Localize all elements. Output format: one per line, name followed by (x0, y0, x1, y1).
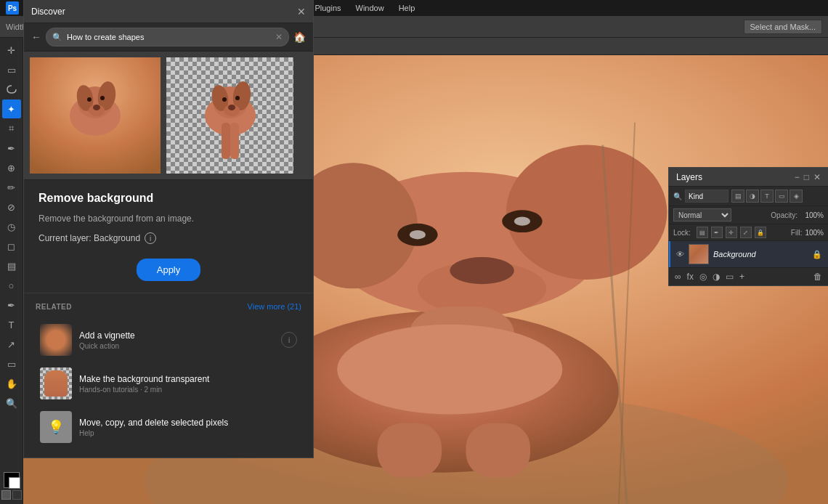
apply-button[interactable]: Apply (137, 259, 201, 281)
search-input[interactable] (67, 33, 271, 41)
fill-label: Fill: (791, 229, 803, 237)
background-color[interactable] (9, 477, 20, 489)
lock-pixels-button[interactable]: ▤ (697, 227, 708, 238)
dodge-tool[interactable]: ○ (2, 276, 21, 295)
blend-mode-select[interactable]: Normal (673, 208, 731, 221)
lock-move-button[interactable]: ⤢ (740, 227, 752, 238)
app-logo: Ps (6, 1, 19, 15)
view-more-button[interactable]: View more (21) (248, 302, 301, 311)
path-tool[interactable]: ↗ (2, 335, 21, 354)
search-input-wrap[interactable]: 🔍 ✕ (46, 28, 289, 46)
svg-rect-35 (230, 123, 239, 159)
heal-tool[interactable]: ⊕ (2, 158, 21, 177)
related-title-transparent: Make the background transparent (79, 374, 297, 384)
lock-all-button[interactable]: 🔒 (755, 227, 766, 238)
layers-panel-title: Layers (676, 172, 702, 182)
eyedropper-tool[interactable]: ✒ (2, 139, 21, 158)
discover-panel: Discover ✕ ← 🔍 ✕ 🏠 (23, 0, 314, 458)
layers-minimize-button[interactable]: − (795, 172, 800, 182)
svg-point-13 (337, 325, 562, 415)
mask-mode-toggle (1, 490, 22, 500)
svg-point-24 (93, 105, 100, 110)
layers-search-icon: 🔍 (673, 192, 682, 200)
hand-tool[interactable]: ✋ (2, 374, 21, 393)
discover-close-button[interactable]: ✕ (297, 6, 306, 17)
menu-help[interactable]: Help (396, 2, 418, 14)
lock-artboard-button[interactable]: ✛ (726, 227, 737, 238)
clone-tool[interactable]: ⊘ (2, 198, 21, 216)
related-header: RELATED View more (21) (36, 302, 301, 311)
layer-adjustment-button[interactable]: ◑ (713, 272, 720, 282)
svg-rect-36 (222, 123, 230, 159)
layers-close-button[interactable]: ✕ (813, 172, 821, 182)
filter-pixel-button[interactable]: ▤ (731, 190, 744, 203)
svg-point-33 (222, 97, 227, 102)
preview-original (30, 57, 161, 174)
select-mask-button[interactable]: Select and Mask... (744, 20, 823, 34)
lasso-tool[interactable] (2, 80, 21, 99)
related-item-vignette[interactable]: Add a vignette Quick action i (36, 318, 301, 362)
filter-smart-button[interactable]: ◈ (790, 190, 803, 203)
search-icon: 🔍 (52, 33, 62, 42)
related-meta-transparent: Hands-on tutorials · 2 min (79, 386, 297, 394)
layers-search-row: 🔍 ▤ ◑ T ▭ ◈ (669, 187, 828, 206)
foreground-color[interactable] (4, 472, 20, 488)
layer-fx-button[interactable]: fx (687, 272, 694, 282)
svg-rect-14 (378, 423, 442, 477)
move-tool[interactable]: ✛ (2, 41, 21, 60)
crop-tool[interactable]: ⌗ (2, 119, 21, 138)
layer-mask-button[interactable]: ◎ (699, 272, 707, 282)
current-layer-info-button[interactable]: i (145, 232, 156, 244)
related-meta-vignette: Quick action (79, 342, 274, 350)
pen-tool[interactable]: ✒ (2, 296, 21, 314)
brush-tool[interactable]: ✏ (2, 178, 21, 197)
current-layer-row: Current layer: Background i (38, 232, 299, 244)
menu-window[interactable]: Window (353, 2, 387, 14)
gradient-tool[interactable]: ▤ (2, 256, 21, 275)
layers-maximize-button[interactable]: □ (804, 172, 809, 182)
zoom-tool[interactable]: 🔍 (2, 394, 21, 412)
wand-tool[interactable]: ✦ (2, 99, 21, 118)
layers-mode-row: Normal Opacity: 100% (669, 206, 828, 224)
layer-link-button[interactable]: ∞ (675, 272, 681, 282)
layers-bottom: ∞ fx ◎ ◑ ▭ + 🗑 (669, 267, 828, 285)
shape-tool[interactable]: ▭ (2, 354, 21, 373)
svg-point-9 (410, 230, 426, 239)
related-info-transparent: Make the background transparent Hands-on… (79, 374, 297, 394)
filter-shape-button[interactable]: ▭ (775, 190, 788, 203)
marquee-tool[interactable]: ▭ (2, 60, 21, 79)
layer-delete-button[interactable]: 🗑 (813, 272, 822, 282)
eraser-tool[interactable]: ◻ (2, 237, 21, 256)
svg-point-7 (450, 257, 514, 284)
layer-filter-buttons: ▤ ◑ T ▭ ◈ (731, 190, 803, 203)
related-item-pixels[interactable]: 💡 Move, copy, and delete selected pixels… (36, 405, 301, 449)
svg-point-25 (87, 97, 92, 102)
left-sidebar: ✛ ▭ ✦ ⌗ ✒ ⊕ ✏ ⊘ ◷ ◻ ▤ ○ ✒ T ↗ ▭ ✋ 🔍 (0, 38, 23, 504)
filter-adjustment-button[interactable]: ◑ (746, 190, 759, 203)
layers-panel-controls: − □ ✕ (795, 172, 821, 182)
menu-plugins[interactable]: Plugins (312, 2, 344, 14)
lock-position-button[interactable]: ✒ (711, 227, 723, 238)
preview-transparent (166, 57, 293, 174)
layer-thumbnail (689, 244, 709, 264)
quick-mask-mode[interactable] (12, 490, 22, 500)
standard-mode[interactable] (1, 490, 11, 500)
layer-group-button[interactable]: ▭ (726, 272, 734, 282)
lock-icons: ▤ ✒ ✛ ⤢ 🔒 (697, 227, 785, 238)
search-clear-button[interactable]: ✕ (275, 32, 283, 42)
layer-new-button[interactable]: + (739, 272, 744, 282)
layers-kind-input[interactable] (685, 190, 728, 203)
layer-visibility-button[interactable]: 👁 (676, 250, 684, 259)
search-back-button[interactable]: ← (31, 31, 41, 43)
pixels-thumb-icon: 💡 (48, 419, 64, 435)
history-tool[interactable]: ◷ (2, 217, 21, 236)
filter-text-button[interactable]: T (760, 190, 774, 203)
related-item-transparent[interactable]: Make the background transparent Hands-on… (36, 362, 301, 405)
discover-search-bar: ← 🔍 ✕ 🏠 (24, 23, 313, 52)
discover-home-button[interactable]: 🏠 (293, 31, 306, 43)
related-info-button-vignette[interactable]: i (281, 332, 297, 348)
opacity-row: Opacity: 100% (771, 211, 824, 219)
layer-item-background[interactable]: 👁 Background 🔒 (669, 241, 828, 267)
layer-name: Background (713, 250, 808, 259)
text-tool[interactable]: T (2, 315, 21, 334)
